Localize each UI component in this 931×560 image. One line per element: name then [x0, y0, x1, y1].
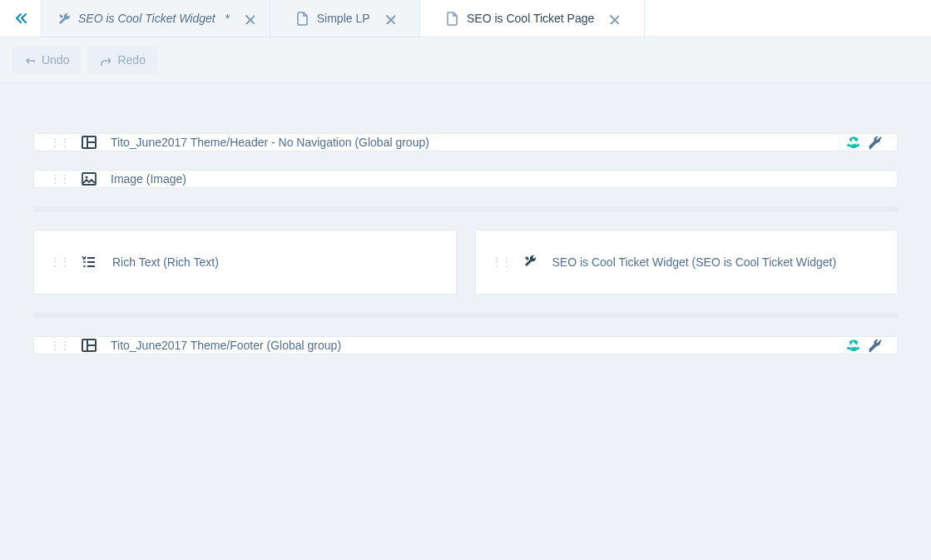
recycle-icon[interactable]: [845, 338, 860, 353]
redo-label: Redo: [117, 53, 145, 67]
module-title: Image (Image): [111, 172, 186, 186]
undo-button[interactable]: Undo: [12, 47, 81, 73]
collapse-sidebar-button[interactable]: [0, 0, 42, 37]
redo-button[interactable]: Redo: [87, 47, 156, 73]
tab-simple-lp[interactable]: Simple LP: [270, 0, 420, 37]
module-title: Tito_June2017 Theme/Footer (Global group…: [111, 339, 341, 352]
module-richtext[interactable]: Rich Text (Rich Text): [33, 230, 457, 295]
layout-icon: [81, 337, 99, 354]
module-title: Rich Text (Rich Text): [112, 255, 219, 269]
module-title: SEO is Cool Ticket Widget (SEO is Cool T…: [552, 255, 837, 269]
recycle-icon[interactable]: [845, 135, 860, 150]
module-image[interactable]: Image (Image): [33, 170, 898, 188]
page-icon: [295, 11, 309, 26]
redo-icon: [99, 54, 111, 66]
layout-icon: [81, 134, 99, 151]
chevrons-left-icon: [13, 12, 28, 25]
drag-handle-icon[interactable]: [491, 260, 511, 265]
tab-label: SEO is Cool Ticket Page: [467, 12, 594, 25]
close-icon[interactable]: [607, 12, 619, 24]
layout-canvas: Tito_June2017 Theme/Header - No Navigati…: [0, 83, 931, 379]
tab-seo-ticket-page[interactable]: SEO is Cool Ticket Page: [420, 0, 645, 37]
close-icon[interactable]: [384, 12, 395, 24]
dirty-indicator: *: [225, 12, 230, 25]
toolbar: Undo Redo: [0, 37, 931, 83]
module-title: Tito_June2017 Theme/Header - No Navigati…: [111, 136, 429, 149]
tab-label: SEO is Cool Ticket Widget: [78, 12, 215, 25]
locked-icon[interactable]: [867, 338, 882, 353]
page-icon: [445, 11, 458, 26]
tools-icon: [57, 12, 70, 25]
tools-icon: [522, 254, 541, 270]
undo-icon: [23, 54, 35, 66]
tab-strip: SEO is Cool Ticket Widget* Simple LP SEO…: [0, 0, 931, 37]
module-header[interactable]: Tito_June2017 Theme/Header - No Navigati…: [33, 133, 898, 151]
undo-label: Undo: [42, 53, 69, 67]
tab-label: Simple LP: [317, 12, 370, 25]
locked-icon[interactable]: [867, 135, 882, 150]
tab-seo-widget[interactable]: SEO is Cool Ticket Widget*: [42, 0, 270, 37]
module-footer[interactable]: Tito_June2017 Theme/Footer (Global group…: [33, 336, 898, 354]
drag-handle-icon[interactable]: [49, 177, 69, 181]
module-seo-widget[interactable]: SEO is Cool Ticket Widget (SEO is Cool T…: [475, 230, 899, 295]
drag-handle-icon[interactable]: [49, 344, 69, 348]
image-icon: [81, 171, 99, 187]
drag-handle-icon[interactable]: [49, 141, 69, 145]
drag-handle-icon[interactable]: [49, 260, 69, 265]
close-icon[interactable]: [243, 12, 255, 24]
richtext-icon: [81, 254, 101, 270]
row-divider[interactable]: [33, 206, 898, 211]
row-divider[interactable]: [33, 313, 898, 318]
